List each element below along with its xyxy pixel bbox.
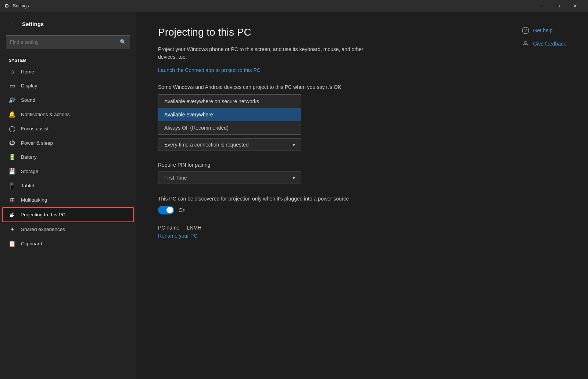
pc-name-row: PC name LNMH: [158, 225, 566, 231]
pin-dropdown[interactable]: First Time ▾: [158, 172, 301, 184]
window-title: Settings: [13, 3, 29, 8]
sidebar-item-label: Battery: [21, 154, 37, 160]
pc-name-value: LNMH: [187, 225, 201, 231]
rename-pc-link[interactable]: Rename your PC: [158, 233, 197, 239]
main-content: ? Get help Give feedback Projecting to t…: [136, 12, 588, 379]
sidebar-item-label: Projecting to this PC: [21, 212, 65, 217]
search-box[interactable]: 🔍: [6, 35, 130, 48]
connection-dropdown[interactable]: Every time a connection is requested ▾: [158, 138, 301, 151]
power-toggle-row: On: [158, 206, 566, 214]
availability-dropdown-wrapper: Available everywhere on secure networks …: [158, 94, 301, 135]
window-icon: ⚙: [4, 3, 9, 9]
page-title: Projecting to this PC: [158, 26, 566, 38]
pin-section-label: Require PIN for pairing: [158, 162, 566, 168]
help-panel: ? Get help Give feedback: [521, 26, 566, 48]
power-description: This PC can be discovered for projection…: [158, 195, 360, 203]
sidebar-item-label: Shared experiences: [21, 227, 65, 232]
tablet-icon: 📱: [8, 182, 16, 189]
pin-dropdown-label: First Time: [164, 175, 187, 181]
connection-dropdown-label: Every time a connection is requested: [164, 142, 249, 148]
sidebar-item-sound[interactable]: 🔊 Sound: [0, 93, 136, 107]
display-icon: ▭: [8, 82, 16, 89]
dropdown-option-secure[interactable]: Available everywhere on secure networks: [158, 95, 301, 108]
sidebar-item-shared[interactable]: ✦ Shared experiences: [0, 222, 136, 237]
sidebar-item-home[interactable]: ⌂ Home: [0, 65, 136, 79]
give-feedback-label[interactable]: Give feedback: [533, 41, 566, 47]
search-input[interactable]: [10, 39, 120, 45]
projection-section-desc: Some Windows and Android devices can pro…: [158, 84, 379, 90]
dropdown-option-everywhere[interactable]: Available everywhere: [158, 108, 301, 121]
storage-icon: 💾: [8, 168, 16, 175]
titlebar-controls: ─ □ ✕: [533, 0, 584, 12]
availability-dropdown-open[interactable]: Available everywhere on secure networks …: [158, 94, 301, 135]
get-help-item[interactable]: ? Get help: [521, 26, 566, 35]
clipboard-icon: 📋: [8, 240, 16, 247]
power-toggle[interactable]: [158, 206, 174, 214]
give-feedback-item[interactable]: Give feedback: [521, 40, 566, 48]
titlebar-left: ⚙ Settings: [4, 3, 29, 9]
sidebar: ← Settings 🔍 System ⌂ Home ▭ Display 🔊 S…: [0, 12, 136, 379]
titlebar: ⚙ Settings ─ □ ✕: [0, 0, 588, 12]
give-feedback-icon: [521, 40, 530, 48]
sidebar-item-tablet[interactable]: 📱 Tablet: [0, 178, 136, 193]
sidebar-item-focus[interactable]: ◯ Focus assist: [0, 122, 136, 136]
sidebar-item-label: Tablet: [21, 183, 34, 188]
search-icon: 🔍: [120, 39, 126, 45]
sidebar-item-label: Power & sleep: [21, 140, 53, 146]
sidebar-section-label: System: [0, 54, 136, 65]
pc-name-label: PC name: [158, 225, 179, 231]
home-icon: ⌂: [8, 68, 16, 75]
sidebar-item-label: Sound: [21, 97, 35, 103]
chevron-down-icon: ▾: [293, 175, 295, 181]
page-description: Project your Windows phone or PC to this…: [158, 46, 379, 61]
sidebar-item-label: Notifications & actions: [21, 112, 70, 117]
close-button[interactable]: ✕: [567, 0, 584, 12]
sidebar-item-label: Focus assist: [21, 126, 49, 131]
sidebar-item-label: Display: [21, 83, 37, 89]
sidebar-item-multitasking[interactable]: ⊞ Multitasking: [0, 193, 136, 207]
battery-icon: 🔋: [8, 154, 16, 160]
sidebar-item-label: Storage: [21, 169, 38, 174]
connect-app-link[interactable]: Launch the Connect app to project to thi…: [158, 67, 261, 73]
chevron-down-icon: ▾: [293, 142, 295, 148]
power-icon: ⏻: [8, 140, 16, 146]
maximize-button[interactable]: □: [550, 0, 567, 12]
sidebar-item-label: Multitasking: [21, 197, 47, 203]
focus-icon: ◯: [8, 125, 16, 132]
sidebar-item-notifications[interactable]: 🔔 Notifications & actions: [0, 107, 136, 122]
toggle-label: On: [179, 207, 186, 213]
minimize-button[interactable]: ─: [533, 0, 550, 12]
back-button[interactable]: ←: [9, 19, 18, 29]
get-help-icon: ?: [521, 26, 530, 35]
sidebar-item-label: Home: [21, 69, 34, 75]
get-help-label[interactable]: Get help: [533, 28, 553, 33]
sidebar-item-power[interactable]: ⏻ Power & sleep: [0, 136, 136, 150]
multitasking-icon: ⊞: [8, 196, 16, 203]
sidebar-item-projecting[interactable]: 📽 Projecting to this PC: [2, 207, 134, 222]
projecting-icon: 📽: [8, 212, 15, 218]
shared-icon: ✦: [8, 226, 16, 233]
svg-text:?: ?: [524, 28, 527, 33]
sidebar-item-display[interactable]: ▭ Display: [0, 79, 136, 93]
sidebar-item-storage[interactable]: 💾 Storage: [0, 164, 136, 178]
app-body: ← Settings 🔍 System ⌂ Home ▭ Display 🔊 S…: [0, 12, 588, 379]
sound-icon: 🔊: [8, 97, 16, 104]
sidebar-header: ← Settings: [0, 12, 136, 32]
sidebar-app-title: Settings: [22, 21, 44, 27]
notifications-icon: 🔔: [8, 111, 16, 118]
sidebar-item-clipboard[interactable]: 📋 Clipboard: [0, 237, 136, 251]
dropdown-option-off[interactable]: Always Off (Recommended): [158, 121, 301, 134]
toggle-knob: [166, 207, 173, 213]
sidebar-item-battery[interactable]: 🔋 Battery: [0, 150, 136, 164]
sidebar-item-label: Clipboard: [21, 241, 42, 246]
